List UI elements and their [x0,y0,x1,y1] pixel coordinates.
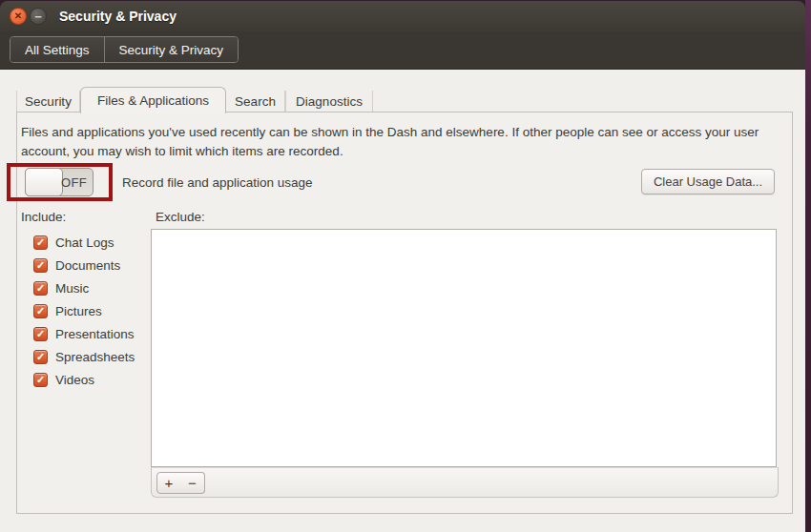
include-label: Include: [21,210,66,224]
include-item-label: Pictures [55,304,102,318]
include-item-presentations[interactable]: ✓ Presentations [33,324,135,343]
desktop-background-right [805,0,811,532]
tab-diagnostics[interactable]: Diagnostics [285,91,373,113]
include-item-label: Documents [55,258,120,273]
checkbox-checked-icon[interactable]: ✓ [33,281,48,296]
exclude-list[interactable] [151,229,777,467]
checkbox-checked-icon[interactable]: ✓ [33,258,48,273]
close-icon: ✕ [14,11,22,21]
tab-security[interactable]: Security [16,91,80,113]
minimize-button[interactable]: − [30,8,47,25]
breadcrumb: All Settings Security & Privacy [10,36,239,63]
close-button[interactable]: ✕ [10,8,27,25]
remove-exclude-button[interactable]: − [180,472,205,494]
include-item-documents[interactable]: ✓ Documents [33,256,120,275]
record-usage-toggle[interactable]: OFF [25,168,94,196]
record-usage-label: Record file and application usage [122,168,313,196]
include-item-label: Spreadsheets [55,350,135,364]
minus-icon: − [188,475,197,491]
breadcrumb-all-settings[interactable]: All Settings [10,37,104,62]
tab-search[interactable]: Search [226,91,285,113]
breadcrumb-bar: All Settings Security & Privacy [0,31,805,70]
plus-icon: + [165,475,174,491]
checkbox-checked-icon[interactable]: ✓ [33,373,48,387]
toggle-knob[interactable] [25,168,63,196]
checkbox-checked-icon[interactable]: ✓ [33,235,48,250]
include-item-videos[interactable]: ✓ Videos [33,370,94,389]
titlebar: ✕ − Security & Privacy [0,1,805,31]
minimize-icon: − [34,10,42,23]
window-title: Security & Privacy [59,1,177,31]
include-item-label: Presentations [55,327,135,341]
tab-files-applications[interactable]: Files & Applications [80,87,226,113]
checkbox-checked-icon[interactable]: ✓ [33,350,48,364]
include-item-music[interactable]: ✓ Music [33,278,89,297]
exclude-label: Exclude: [156,210,205,224]
add-exclude-button[interactable]: + [156,472,181,494]
include-item-label: Music [55,281,89,296]
include-item-pictures[interactable]: ✓ Pictures [33,301,102,320]
include-item-chat-logs[interactable]: ✓ Chat Logs [33,233,114,252]
include-item-label: Chat Logs [55,235,114,250]
checkbox-checked-icon[interactable]: ✓ [33,304,48,318]
security-privacy-window: ✕ − Security & Privacy All Settings Secu… [0,0,811,532]
exclude-list-toolbar: + − [151,467,779,498]
toggle-state-label: OFF [61,169,87,195]
description-text: Files and applications you've used recen… [21,123,787,162]
breadcrumb-security-privacy[interactable]: Security & Privacy [104,37,239,62]
checkbox-checked-icon[interactable]: ✓ [33,327,48,341]
include-item-spreadsheets[interactable]: ✓ Spreadsheets [33,347,135,366]
include-item-label: Videos [55,373,94,387]
clear-usage-data-button[interactable]: Clear Usage Data... [641,169,775,194]
